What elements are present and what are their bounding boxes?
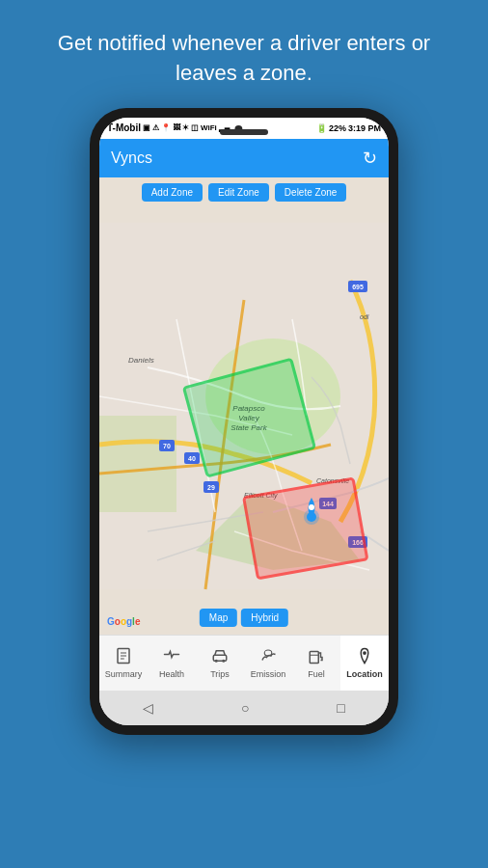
nav-trips[interactable]: Trips: [196, 636, 244, 691]
battery-icon: 🔋: [316, 123, 327, 133]
battery-label: 22%: [329, 123, 346, 133]
speaker: [220, 129, 268, 135]
fuel-label: Fuel: [308, 669, 325, 679]
svg-text:Daniels: Daniels: [128, 356, 154, 365]
status-bar: T-Mobil ▣ ⚠ 📍 🖼 ✶ ◫ WiFi ▂▄ 🔋 22% 3:19 P…: [99, 118, 389, 139]
fuel-icon: [308, 647, 325, 667]
nav-health[interactable]: Health: [148, 636, 196, 691]
app-bar: Vyncs ↻: [99, 139, 389, 177]
carrier-label: T-Mobil: [107, 122, 141, 133]
svg-text:695: 695: [352, 284, 364, 290]
phone-screen: T-Mobil ▣ ⚠ 📍 🖼 ✶ ◫ WiFi ▂▄ 🔋 22% 3:19 P…: [99, 118, 389, 725]
svg-point-33: [215, 659, 218, 662]
nav-emission[interactable]: Emission: [244, 636, 292, 691]
android-nav-bar: ◁ ○ □: [99, 691, 389, 725]
summary-label: Summary: [105, 669, 143, 679]
location-status-icon: 📍: [161, 123, 171, 132]
headline: Get notified whenever a driver enters or…: [0, 0, 488, 108]
add-zone-button[interactable]: Add Zone: [142, 183, 203, 202]
google-g: G: [107, 616, 115, 627]
location-icon: [356, 647, 373, 667]
zone-buttons-row: Add Zone Edit Zone Delete Zone: [99, 183, 389, 202]
svg-point-34: [222, 659, 225, 662]
map-type-buttons: Map Hybrid: [200, 609, 288, 627]
status-bar-right: 🔋 22% 3:19 PM: [316, 123, 381, 133]
time-label: 3:19 PM: [348, 123, 381, 133]
signal-icon: ▣: [143, 123, 150, 132]
map-svg: 70 29 144 695 166 40 Daniels Ellicott Ci…: [99, 177, 389, 635]
delete-zone-button[interactable]: Delete Zone: [275, 183, 346, 202]
image-icon: 🖼: [173, 123, 180, 132]
nav-summary[interactable]: Summary: [99, 636, 148, 691]
emission-icon: [259, 647, 277, 667]
app-title: Vyncs: [111, 149, 152, 167]
svg-rect-24: [244, 478, 367, 579]
trips-icon: [211, 647, 229, 667]
warning-icon: ⚠: [152, 123, 159, 132]
map-area[interactable]: Add Zone Edit Zone Delete Zone: [99, 177, 389, 635]
status-bar-left: T-Mobil ▣ ⚠ 📍 🖼 ✶ ◫ WiFi ▂▄: [107, 122, 230, 133]
svg-text:odl: odl: [360, 313, 369, 320]
vibrate-icon: ◫: [191, 123, 199, 132]
back-button[interactable]: ◁: [143, 700, 153, 716]
svg-text:29: 29: [207, 484, 215, 491]
google-e: e: [135, 616, 141, 627]
edit-zone-button[interactable]: Edit Zone: [208, 183, 269, 202]
wifi-icon: WiFi: [201, 123, 217, 132]
health-label: Health: [159, 669, 184, 679]
svg-text:40: 40: [188, 455, 196, 462]
health-icon: [163, 647, 180, 667]
svg-rect-36: [310, 651, 318, 663]
bottom-nav: Summary Health Trips Emission: [99, 635, 389, 691]
emission-label: Emission: [251, 669, 286, 679]
svg-point-27: [309, 504, 314, 510]
refresh-button[interactable]: ↻: [363, 148, 377, 169]
summary-icon: [115, 647, 132, 667]
phone-device: T-Mobil ▣ ⚠ 📍 🖼 ✶ ◫ WiFi ▂▄ 🔋 22% 3:19 P…: [90, 108, 398, 735]
svg-rect-3: [99, 416, 176, 512]
svg-point-38: [363, 651, 366, 655]
map-type-map-button[interactable]: Map: [200, 609, 237, 627]
nav-fuel[interactable]: Fuel: [292, 636, 340, 691]
home-button[interactable]: ○: [241, 700, 249, 716]
nav-location[interactable]: Location: [340, 636, 389, 691]
map-type-hybrid-button[interactable]: Hybrid: [241, 609, 288, 627]
bluetooth-icon: ✶: [182, 123, 189, 132]
google-logo: Google: [107, 616, 140, 627]
location-label: Location: [346, 669, 383, 679]
trips-label: Trips: [210, 669, 230, 679]
svg-text:70: 70: [163, 443, 171, 449]
recent-button[interactable]: □: [337, 700, 344, 716]
